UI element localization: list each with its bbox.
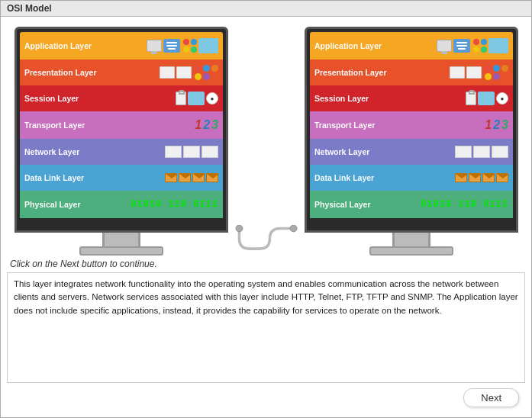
blue-sess: [188, 92, 205, 105]
left-net-icons: [93, 146, 218, 158]
right-monitor-wrap: Application Layer: [305, 27, 518, 256]
net-doc3: [202, 146, 218, 158]
cable-svg: [228, 225, 305, 256]
r-blue-box-app: [488, 38, 508, 53]
right-monitor-neck: [392, 233, 430, 246]
left-sess-icons: ●: [93, 92, 218, 105]
envelope2: [179, 173, 191, 182]
right-pres-icons: [387, 65, 508, 80]
right-layer-presentation: Presentation Layer: [310, 59, 513, 85]
r-net-doc1: [455, 146, 472, 158]
left-layer-transport: Transport Layer 1 2 3: [20, 111, 223, 139]
title-text: OSI Model: [7, 3, 52, 14]
left-screen-inner: Application Layer: [20, 32, 223, 227]
main-content: Application Layer: [1, 17, 531, 417]
right-layer-physical: Physical Layer 01010 110 0111: [310, 191, 513, 218]
num-3: 3: [211, 118, 218, 132]
left-monitor-wrap: Application Layer: [15, 27, 228, 256]
left-monitor-screen: Application Layer: [15, 27, 228, 233]
net-doc2: [183, 146, 200, 158]
cable-area: [228, 225, 305, 256]
title-bar: OSI Model: [1, 1, 531, 17]
clip-icon: [176, 92, 186, 105]
left-app-label: Application Layer: [24, 41, 93, 50]
monitors-row: Application Layer: [7, 23, 525, 256]
r-monitor-icon: [437, 40, 452, 52]
num-2: 2: [203, 118, 210, 132]
right-monitor-screen: Application Layer: [305, 27, 518, 233]
num-1: 1: [195, 118, 202, 132]
doc2: [176, 66, 192, 79]
right-layer-transport: Transport Layer 1 2 3: [310, 111, 513, 139]
r-envelope2: [469, 173, 481, 182]
next-button[interactable]: Next: [463, 388, 519, 407]
binary-text: 01010 110 0111: [131, 199, 218, 210]
right-phys-label: Physical Layer: [314, 200, 383, 209]
right-screen-inner: Application Layer: [310, 32, 513, 227]
left-trans-icons: 1 2 3: [93, 118, 218, 132]
r-envelope1: [455, 173, 467, 182]
r-doc2: [466, 66, 482, 79]
left-layer-physical: Physical Layer 01010 110 0111: [20, 191, 223, 218]
right-layer-application: Application Layer: [310, 32, 513, 59]
right-layer-datalink: Data Link Layer: [310, 165, 513, 191]
r-circle-icon: ●: [496, 92, 508, 104]
left-layer-network: Network Layer: [20, 139, 223, 165]
right-phys-icons: 01010 110 0111: [383, 199, 508, 210]
left-pres-icons: [97, 65, 218, 80]
left-monitor-base: [79, 246, 163, 256]
right-sess-icons: ●: [383, 92, 508, 105]
right-pres-label: Presentation Layer: [314, 68, 387, 77]
r-num-1: 1: [485, 118, 492, 132]
right-app-label: Application Layer: [314, 41, 383, 50]
left-layer-datalink: Data Link Layer: [20, 165, 223, 191]
envelope1: [165, 173, 177, 182]
left-layer-presentation: Presentation Layer: [20, 59, 223, 85]
left-phys-icons: 01010 110 0111: [93, 199, 218, 210]
r-num-3: 3: [501, 118, 508, 132]
left-sess-label: Session Layer: [24, 94, 93, 103]
doc1: [160, 66, 175, 79]
left-layer-application: Application Layer: [20, 32, 223, 59]
r-blue-sess: [478, 92, 495, 105]
description-text: This layer integrates network functional…: [14, 279, 518, 315]
right-app-icons: [383, 38, 508, 53]
r-net-doc3: [492, 146, 508, 158]
left-app-icons: [93, 38, 218, 53]
right-net-icons: [383, 146, 508, 158]
left-trans-label: Transport Layer: [24, 121, 93, 130]
description-box: This layer integrates network functional…: [7, 272, 525, 383]
r-envelope4: [496, 173, 508, 182]
right-layer-session: Session Layer ●: [310, 85, 513, 111]
right-monitor-base: [369, 246, 453, 256]
right-dl-label: Data Link Layer: [314, 173, 383, 182]
right-trans-icons: 1 2 3: [383, 118, 508, 132]
r-net-doc2: [473, 146, 490, 158]
left-net-label: Network Layer: [24, 147, 93, 156]
envelope3: [192, 173, 205, 182]
right-layer-network: Network Layer: [310, 139, 513, 165]
right-dl-icons: [383, 173, 508, 182]
left-layer-session: Session Layer ●: [20, 85, 223, 111]
outer-frame: OSI Model Application Layer: [0, 0, 532, 418]
svg-point-1: [290, 225, 297, 232]
r-clip-icon: [466, 92, 476, 105]
left-dl-icons: [93, 173, 218, 182]
r-envelope3: [482, 173, 495, 182]
envelope4: [206, 173, 218, 182]
bottom-bar: Next: [7, 384, 525, 411]
r-num-2: 2: [493, 118, 500, 132]
left-dl-label: Data Link Layer: [24, 173, 93, 182]
click-instruction: Click on the Next button to continue.: [7, 256, 525, 271]
right-net-label: Network Layer: [314, 147, 383, 156]
svg-point-0: [236, 225, 243, 232]
right-sess-label: Session Layer: [314, 94, 383, 103]
circle-icon: ●: [206, 92, 218, 104]
left-pres-label: Presentation Layer: [24, 68, 97, 77]
net-doc1: [165, 146, 182, 158]
left-monitor-neck: [102, 233, 140, 246]
right-trans-label: Transport Layer: [314, 121, 383, 130]
left-phys-label: Physical Layer: [24, 200, 93, 209]
blue-box-app: [198, 38, 218, 53]
monitor-icon: [147, 40, 162, 52]
